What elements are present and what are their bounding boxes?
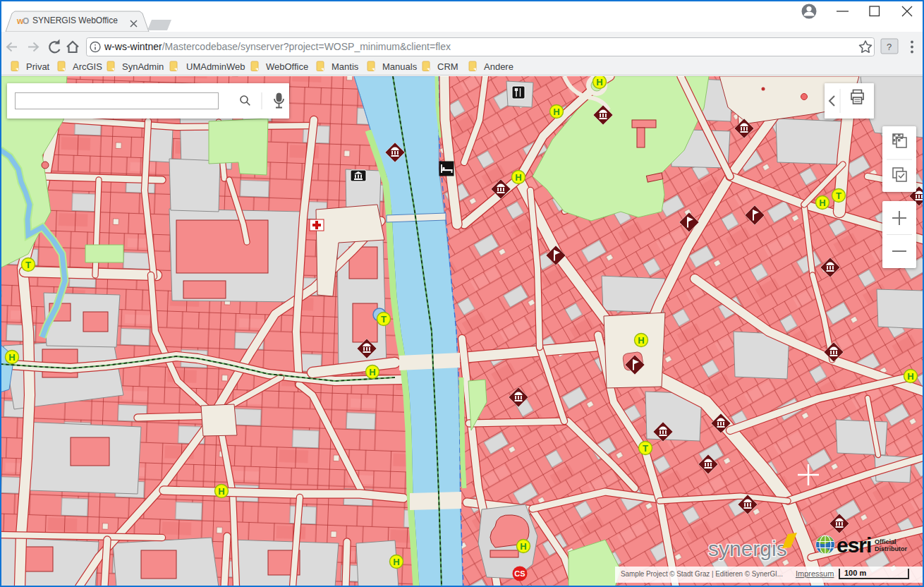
svg-text:WebOffice: WebOffice	[266, 61, 308, 72]
svg-text:T: T	[643, 443, 648, 454]
svg-text:H: H	[520, 541, 526, 552]
svg-text:H: H	[515, 172, 521, 183]
svg-text:H: H	[819, 198, 825, 208]
svg-text:100 m: 100 m	[844, 569, 866, 577]
svg-text:H: H	[8, 352, 15, 363]
svg-text:H: H	[553, 107, 559, 117]
svg-text:H: H	[907, 371, 913, 382]
svg-text:H: H	[218, 486, 224, 497]
svg-text:Impressum: Impressum	[796, 569, 834, 578]
svg-text:SYNERGIS WebOffice: SYNERGIS WebOffice	[32, 16, 118, 25]
svg-text:Privat: Privat	[26, 61, 50, 72]
svg-text:CRM: CRM	[437, 61, 458, 72]
svg-text:Official: Official	[875, 538, 896, 545]
svg-text:Andere: Andere	[484, 61, 513, 72]
svg-text:O: O	[23, 16, 29, 26]
svg-text:T: T	[25, 260, 31, 270]
svg-text:Distributor: Distributor	[875, 545, 907, 552]
svg-text:UMAdminWeb: UMAdminWeb	[186, 61, 245, 72]
svg-text:esri: esri	[837, 533, 871, 557]
svg-text:?: ?	[887, 42, 892, 52]
svg-text:w-ws-wintner/Mastercodebase/sy: w-ws-wintner/Mastercodebase/synserver?pr…	[104, 41, 451, 52]
svg-text:SynAdmin: SynAdmin	[122, 61, 164, 72]
svg-text:T: T	[836, 190, 841, 201]
svg-text:H: H	[596, 77, 602, 87]
svg-text:H: H	[393, 557, 399, 567]
svg-text:Manuals: Manuals	[382, 61, 418, 72]
svg-text:H: H	[638, 335, 644, 346]
svg-text:Sample Project © Stadt Graz |: Sample Project © Stadt Graz | Editieren …	[621, 569, 783, 578]
svg-text:H: H	[369, 367, 375, 377]
svg-text:CS: CS	[514, 569, 525, 578]
svg-text:synergis: synergis	[708, 537, 787, 560]
svg-text:Mantis: Mantis	[332, 61, 359, 72]
svg-text:T: T	[381, 314, 387, 325]
svg-text:ArcGIS: ArcGIS	[73, 61, 102, 72]
